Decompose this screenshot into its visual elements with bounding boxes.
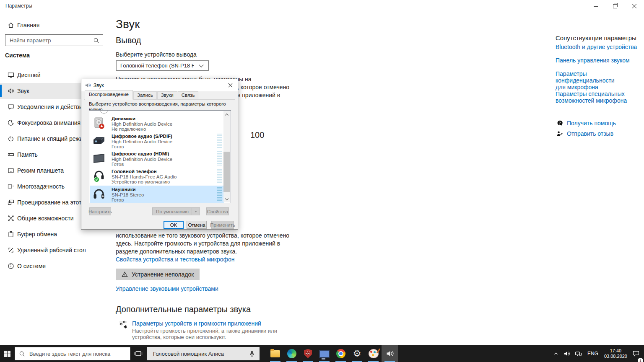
taskbar-app-paint[interactable] [365, 345, 382, 362]
chevron-up-icon [553, 351, 559, 357]
taskbar-app-sound-dialog[interactable] [382, 345, 398, 362]
tray-time: 17:40 [604, 348, 627, 354]
feedback-icon [556, 130, 563, 137]
tab-communications[interactable]: Связь [178, 91, 199, 99]
input-paragraph: использование не того звукового устройст… [116, 232, 292, 256]
sidebar-item-label: Дисплей [17, 72, 41, 78]
related-link-bluetooth[interactable]: Bluetooth и другие устройства [556, 44, 637, 50]
tab-playback[interactable]: Воспроизведение [85, 90, 133, 100]
taskbar-app-this-pc[interactable] [316, 345, 332, 362]
dialog-footer-divider [81, 218, 238, 218]
properties-button[interactable]: Свойства [206, 207, 229, 215]
sidebar-item-label: Удаленный рабочий стол [17, 247, 86, 253]
scroll-down-button[interactable] [223, 196, 230, 202]
remote-desktop-icon [8, 247, 14, 253]
device-properties-link[interactable]: Свойства устройства и тестовый микрофон [116, 256, 235, 263]
app-volume-link[interactable]: Параметры устройств и громкости приложен… [132, 320, 261, 327]
device-row-spdif[interactable]: Цифровое аудио (S/PDIF) High Definition … [90, 132, 224, 150]
system-tray: ENG 17:40 03.08.2020 1 [551, 345, 641, 362]
related-link-mic-accessibility[interactable]: Параметры специальных возможностей микро… [556, 90, 627, 104]
device-row-speakers[interactable]: Динамики High Definition Audio Device Не… [90, 115, 224, 132]
sound-dialog: Звук Воспроизведение Запись Звуки Связь … [81, 79, 238, 230]
sidebar-item-label: Звук [17, 88, 29, 94]
display-icon [8, 72, 14, 78]
shield-icon [304, 349, 312, 358]
tab-sounds[interactable]: Звуки [157, 91, 177, 99]
sidebar-item-label: Фокусировка внимания [17, 119, 80, 126]
sidebar-item-label: О системе [17, 263, 46, 269]
alice-input[interactable] [152, 350, 249, 357]
troubleshoot-button[interactable]: Устранение неполадок [116, 269, 200, 280]
start-button[interactable] [0, 345, 15, 362]
volume-meter [217, 187, 222, 202]
taskbar-search-input[interactable] [29, 350, 130, 357]
feedback-row[interactable]: Отправить отзыв [556, 130, 613, 137]
paint-icon [369, 349, 379, 358]
get-help-row[interactable]: Получить помощь [556, 120, 616, 127]
taskbar-app-chrome[interactable] [332, 345, 349, 362]
shared-experiences-icon [8, 215, 14, 222]
device-desc: High Definition Audio Device [112, 157, 172, 162]
notifications-icon [8, 103, 14, 110]
sidebar-item-label: Многозадачность [17, 183, 65, 190]
chrome-icon [336, 349, 345, 358]
tab-recording[interactable]: Запись [133, 91, 157, 99]
scroll-up-button[interactable] [223, 111, 230, 118]
taskbar-app-settings[interactable]: ⚙ [349, 345, 365, 362]
set-default-button[interactable]: По умолчанию [152, 207, 200, 215]
related-link-sound-control-panel[interactable]: Панель управления звуком [556, 57, 630, 64]
chevron-up-icon [225, 113, 229, 116]
action-center-button[interactable]: 1 [631, 345, 641, 362]
device-desc: High Definition Audio Device [112, 139, 172, 144]
restore-button[interactable] [605, 0, 625, 13]
tray-clock[interactable]: 17:40 03.08.2020 [602, 348, 629, 359]
home-label: Главная [17, 22, 39, 28]
sidebar-item-about[interactable]: О системе [0, 258, 109, 274]
sidebar-item-remote-desktop[interactable]: Удаленный рабочий стол [0, 242, 109, 258]
scrollbar-thumb[interactable] [223, 152, 230, 192]
device-status: Готов [112, 162, 124, 167]
about-icon [8, 263, 14, 269]
task-view-button[interactable] [130, 345, 146, 362]
list-scrollbar[interactable] [223, 111, 230, 202]
configure-button[interactable]: Настроить [89, 207, 111, 215]
device-name: Цифровое аудио (S/PDIF) [112, 134, 172, 139]
manage-devices-link[interactable]: Управление звуковыми устройствами [116, 285, 218, 292]
related-link-mic-privacy[interactable]: Параметры конфиденциальности для микрофо… [556, 70, 644, 90]
tray-date: 03.08.2020 [604, 354, 627, 359]
computer-icon [319, 350, 330, 358]
screen: Параметры Главная Система Дисплей Звук [0, 0, 644, 362]
tray-volume-button[interactable] [562, 345, 572, 362]
dialog-title: Звук [93, 83, 104, 88]
dialog-sound-icon [85, 82, 91, 88]
device-row-headset[interactable]: Головной телефон SN-P18 Hands-Free AG Au… [90, 168, 224, 185]
output-device-dropdown[interactable]: Головной телефон (SN-P18 Hand... [116, 60, 209, 71]
taskbar-app-antivirus[interactable] [300, 345, 316, 362]
cancel-button[interactable]: Отмена [187, 221, 207, 229]
settings-search-box [5, 34, 103, 46]
taskbar-apps: ⚙ [267, 345, 398, 362]
tray-language[interactable]: ENG [585, 351, 601, 357]
close-button[interactable] [625, 0, 644, 13]
ok-button[interactable]: OK [164, 221, 184, 229]
device-row-headphones[interactable]: Наушники SN-P18 Stereo Готов [90, 186, 224, 203]
tray-overflow-button[interactable] [551, 345, 561, 362]
microphone-icon [249, 350, 255, 357]
close-icon [228, 83, 233, 88]
minimize-button[interactable] [586, 0, 605, 13]
app-volume-icon [119, 320, 128, 329]
device-name: Головной телефон [112, 169, 157, 174]
get-help-link: Получить помощь [567, 120, 616, 127]
tray-network-button[interactable] [573, 345, 584, 362]
device-row-hdmi[interactable]: Цифровое аудио (HDMI) High Definition Au… [90, 150, 224, 168]
settings-search-input[interactable] [5, 37, 93, 44]
search-icon [19, 351, 25, 357]
dialog-close-button[interactable] [223, 79, 238, 91]
dialog-titlebar[interactable]: Звук [81, 79, 238, 91]
multitasking-icon [8, 183, 14, 190]
taskbar-app-edge[interactable] [283, 345, 300, 362]
apply-button[interactable]: Применить [211, 221, 234, 229]
sidebar-item-home[interactable]: Главная [0, 19, 109, 31]
taskbar-app-file-explorer[interactable] [267, 345, 283, 362]
set-default-dropdown[interactable] [192, 208, 200, 215]
